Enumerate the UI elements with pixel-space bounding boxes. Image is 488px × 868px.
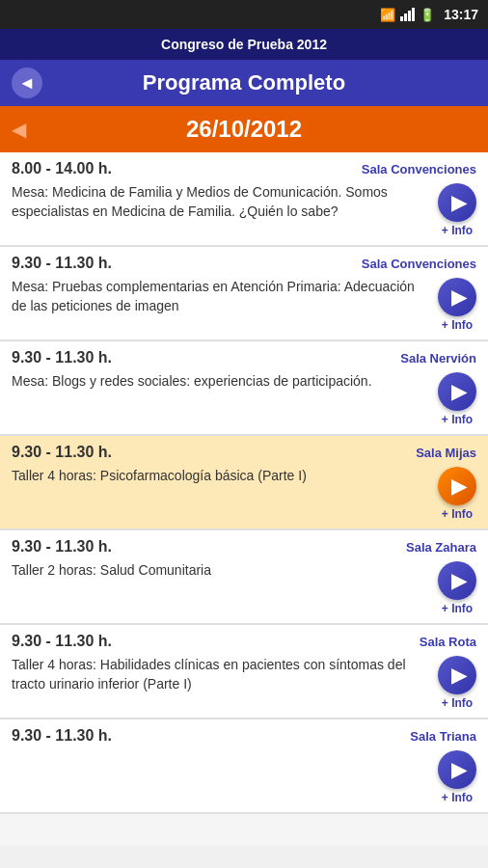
session-room: Sala Nervión	[400, 351, 476, 366]
session-time: 9.30 - 11.30 h.	[12, 633, 112, 650]
session-action: ▶ + Info	[438, 561, 476, 615]
info-label: + Info	[442, 602, 473, 615]
divider	[0, 434, 488, 435]
session-body: Taller 4 horas: Habilidades clínicas en …	[0, 654, 488, 718]
session-description: Mesa: Blogs y redes sociales: experienci…	[12, 372, 430, 392]
session-body: Mesa: Pruebas complementarias en Atenció…	[0, 276, 488, 339]
session-action: ▶ + Info	[438, 467, 476, 521]
session-action: ▶ + Info	[438, 750, 476, 804]
session-time: 9.30 - 11.30 h.	[12, 538, 112, 556]
session-action: ▶ + Info	[438, 656, 476, 710]
info-label: + Info	[442, 413, 473, 426]
session-header: 9.30 - 11.30 h. Sala Mijas	[0, 436, 488, 465]
session-description: Taller 4 horas: Psicofarmacología básica…	[12, 467, 430, 486]
session-room: Sala Zahara	[406, 540, 476, 555]
divider	[0, 339, 488, 340]
info-label: + Info	[442, 507, 473, 521]
session-block: 9.30 - 11.30 h. Sala Nervión Mesa: Blogs…	[0, 341, 488, 436]
session-room: Sala Rota	[420, 635, 476, 649]
divider	[0, 529, 488, 529]
session-action: ▶ + Info	[438, 278, 476, 332]
session-time: 9.30 - 11.30 h.	[12, 727, 112, 745]
info-label: + Info	[442, 224, 473, 237]
session-body: ▶ + Info	[0, 748, 488, 812]
info-label: + Info	[442, 791, 473, 804]
session-description: Mesa: Medicina de Familia y Medios de Co…	[12, 183, 430, 221]
arrow-icon: ▶	[451, 191, 466, 214]
session-info-button[interactable]: ▶	[438, 183, 476, 222]
arrow-icon: ▶	[451, 285, 466, 309]
info-label: + Info	[442, 696, 473, 710]
session-info-button[interactable]: ▶	[438, 561, 476, 600]
page-title: Programa Completo	[42, 70, 446, 95]
session-header: 8.00 - 14.00 h. Sala Convenciones	[0, 152, 488, 181]
arrow-icon: ▶	[451, 758, 466, 781]
session-action: ▶ + Info	[438, 183, 476, 237]
app-title: Congreso de Prueba 2012	[161, 37, 327, 52]
session-body: Mesa: Blogs y redes sociales: experienci…	[0, 370, 488, 434]
session-time: 8.00 - 14.00 h.	[12, 160, 112, 177]
signal-icon	[400, 8, 415, 21]
session-description: Mesa: Pruebas complementarias en Atenció…	[12, 278, 430, 315]
session-block: 8.00 - 14.00 h. Sala Convenciones Mesa: …	[0, 152, 488, 247]
session-block: 9.30 - 11.30 h. Sala Triana ▶ + Info	[0, 719, 488, 814]
app-header: Congreso de Prueba 2012	[0, 29, 488, 60]
session-info-button[interactable]: ▶	[438, 278, 476, 316]
session-block: 9.30 - 11.30 h. Sala Mijas Taller 4 hora…	[0, 436, 488, 530]
session-body: Taller 2 horas: Salud Comunitaria ▶ + In…	[0, 559, 488, 623]
session-header: 9.30 - 11.30 h. Sala Triana	[0, 719, 488, 748]
session-info-button[interactable]: ▶	[438, 656, 476, 694]
session-room: Sala Mijas	[416, 446, 476, 460]
session-time: 9.30 - 11.30 h.	[12, 444, 112, 461]
wifi-icon: 📶	[380, 8, 395, 22]
session-room: Sala Convenciones	[362, 162, 476, 176]
session-room: Sala Convenciones	[362, 257, 476, 271]
arrow-icon: ▶	[451, 380, 466, 403]
session-time: 9.30 - 11.30 h.	[12, 349, 112, 366]
session-time: 9.30 - 11.30 h.	[12, 255, 112, 272]
session-body: Mesa: Medicina de Familia y Medios de Co…	[0, 181, 488, 245]
session-block: 9.30 - 11.30 h. Sala Convenciones Mesa: …	[0, 247, 488, 341]
divider	[0, 718, 488, 719]
session-block: 9.30 - 11.30 h. Sala Zahara Taller 2 hor…	[0, 530, 488, 625]
status-bar: 📶 🔋 13:17	[0, 0, 488, 29]
session-header: 9.30 - 11.30 h. Sala Zahara	[0, 530, 488, 559]
date-prev-button[interactable]: ◀	[12, 118, 26, 141]
date-bar: ◀ 26/10/2012	[0, 106, 488, 152]
session-info-button[interactable]: ▶	[438, 467, 476, 505]
session-block: 9.30 - 11.30 h. Sala Rota Taller 4 horas…	[0, 625, 488, 719]
session-info-button[interactable]: ▶	[438, 750, 476, 789]
arrow-icon: ▶	[451, 475, 466, 498]
sessions-list: 8.00 - 14.00 h. Sala Convenciones Mesa: …	[0, 152, 488, 845]
status-icons: 📶 🔋 13:17	[380, 7, 478, 22]
session-room: Sala Triana	[410, 729, 476, 744]
session-description: Taller 2 horas: Salud Comunitaria	[12, 561, 430, 581]
session-header: 9.30 - 11.30 h. Sala Nervión	[0, 341, 488, 370]
divider	[0, 812, 488, 813]
back-button[interactable]: ◄	[12, 68, 42, 98]
arrow-icon: ▶	[451, 569, 466, 592]
arrow-icon: ▶	[451, 664, 466, 687]
current-date: 26/10/2012	[186, 116, 302, 143]
session-action: ▶ + Info	[438, 372, 476, 426]
page-header: ◄ Programa Completo	[0, 60, 488, 106]
battery-icon: 🔋	[420, 8, 435, 22]
divider	[0, 623, 488, 624]
session-description: Taller 4 horas: Habilidades clínicas en …	[12, 656, 430, 693]
session-header: 9.30 - 11.30 h. Sala Convenciones	[0, 247, 488, 276]
divider	[0, 245, 488, 246]
clock: 13:17	[444, 7, 478, 22]
session-body: Taller 4 horas: Psicofarmacología básica…	[0, 465, 488, 529]
back-icon: ◄	[18, 73, 36, 94]
info-label: + Info	[442, 318, 473, 332]
session-info-button[interactable]: ▶	[438, 372, 476, 411]
session-header: 9.30 - 11.30 h. Sala Rota	[0, 625, 488, 654]
